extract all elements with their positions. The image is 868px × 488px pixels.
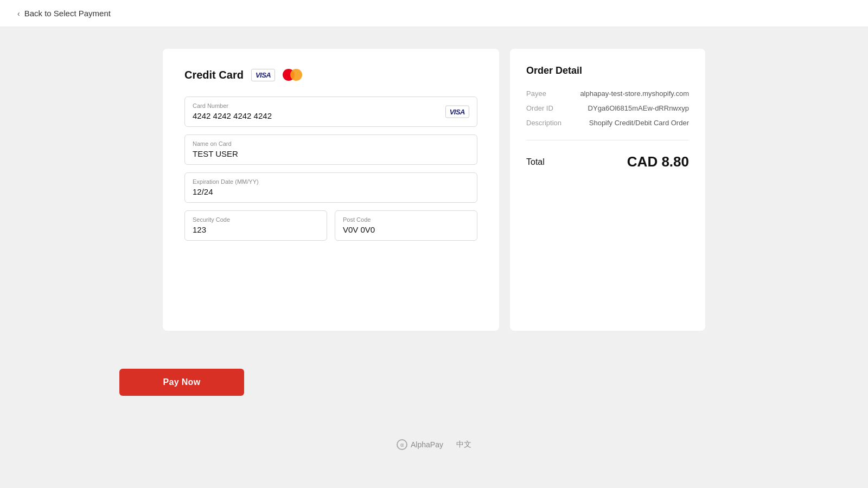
post-code-label: Post Code bbox=[343, 216, 469, 223]
card-number-value: 4242 4242 4242 4242 bbox=[193, 111, 272, 120]
payment-panel: Credit Card VISA Card Number 4242 4242 4… bbox=[163, 49, 499, 331]
pay-now-button[interactable]: Pay Now bbox=[119, 369, 244, 396]
total-amount: CAD 8.80 bbox=[627, 153, 689, 170]
security-code-field[interactable]: Security Code 123 bbox=[184, 210, 327, 241]
description-label: Description bbox=[526, 119, 570, 127]
credit-card-title: Credit Card bbox=[184, 69, 244, 81]
language-switcher[interactable]: 中文 bbox=[456, 440, 471, 450]
card-number-label: Card Number bbox=[193, 102, 469, 109]
order-detail-title: Order Detail bbox=[526, 65, 689, 76]
security-postcode-row: Security Code 123 Post Code V0V 0V0 bbox=[184, 210, 477, 248]
security-code-value: 123 bbox=[193, 225, 206, 234]
footer: α AlphaPay 中文 bbox=[0, 439, 868, 466]
name-on-card-value: TEST USER bbox=[193, 149, 238, 158]
mc-circle-right bbox=[290, 69, 302, 81]
order-id-row: Order ID DYga6Ol6815mAEw-dRRnwxyp bbox=[526, 104, 689, 112]
description-value: Shopify Credit/Debit Card Order bbox=[589, 119, 689, 127]
back-link[interactable]: ‹ Back to Select Payment bbox=[17, 9, 111, 18]
pay-button-container: Pay Now bbox=[0, 369, 868, 396]
payee-value: alphapay-test-store.myshopify.com bbox=[580, 89, 689, 98]
back-link-label: Back to Select Payment bbox=[24, 9, 111, 18]
main-content: Credit Card VISA Card Number 4242 4242 4… bbox=[0, 27, 868, 352]
security-code-label: Security Code bbox=[193, 216, 319, 223]
post-code-value: V0V 0V0 bbox=[343, 225, 375, 234]
expiry-date-label: Expiration Date (MM/YY) bbox=[193, 178, 469, 185]
visa-logo: VISA bbox=[251, 69, 275, 81]
order-panel: Order Detail Payee alphapay-test-store.m… bbox=[510, 49, 705, 331]
total-row: Total CAD 8.80 bbox=[526, 153, 689, 170]
card-visa-inline-logo: VISA bbox=[445, 106, 469, 118]
expiry-date-field[interactable]: Expiration Date (MM/YY) 12/24 bbox=[184, 172, 477, 203]
description-row: Description Shopify Credit/Debit Card Or… bbox=[526, 119, 689, 127]
alphapay-icon: α bbox=[397, 439, 407, 450]
payee-label: Payee bbox=[526, 89, 570, 98]
name-on-card-field[interactable]: Name on Card TEST USER bbox=[184, 134, 477, 165]
alphapay-label: AlphaPay bbox=[411, 440, 443, 449]
mastercard-logo bbox=[283, 68, 302, 81]
card-header: Credit Card VISA bbox=[184, 68, 477, 81]
back-chevron-icon: ‹ bbox=[17, 9, 20, 18]
name-on-card-label: Name on Card bbox=[193, 140, 469, 147]
top-nav: ‹ Back to Select Payment bbox=[0, 0, 868, 27]
total-label: Total bbox=[526, 157, 545, 167]
card-number-field[interactable]: Card Number 4242 4242 4242 4242 VISA bbox=[184, 97, 477, 127]
alphapay-brand: α AlphaPay bbox=[397, 439, 443, 450]
order-id-value: DYga6Ol6815mAEw-dRRnwxyp bbox=[588, 104, 689, 112]
post-code-field[interactable]: Post Code V0V 0V0 bbox=[335, 210, 477, 241]
order-divider bbox=[526, 140, 689, 140]
order-id-label: Order ID bbox=[526, 104, 570, 112]
expiry-date-value: 12/24 bbox=[193, 187, 213, 196]
payee-row: Payee alphapay-test-store.myshopify.com bbox=[526, 89, 689, 98]
